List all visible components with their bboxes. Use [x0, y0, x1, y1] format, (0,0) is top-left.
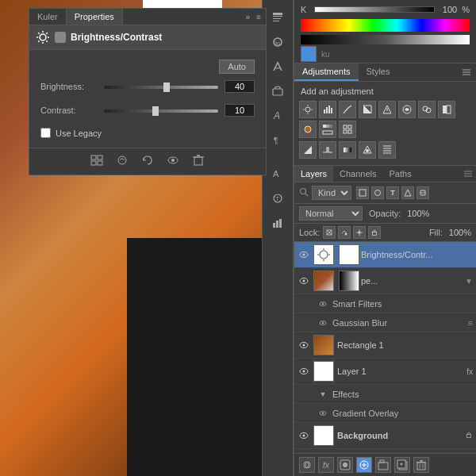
panel-menu-icon[interactable]: ≡	[255, 11, 263, 23]
adj-photo-filter-icon[interactable]	[299, 121, 317, 138]
layer-item-layer1[interactable]: Layer 1 fx	[294, 359, 476, 385]
adj-color-balance-icon[interactable]	[418, 101, 436, 118]
color-spectrum-bar[interactable]	[301, 19, 470, 32]
contrast-track[interactable]	[104, 109, 218, 113]
tab-channels[interactable]: Channels	[333, 166, 382, 182]
layer-gaussian-blur[interactable]: Gaussian Blur ≡	[294, 313, 476, 332]
adj-menu-icon[interactable]	[462, 63, 476, 81]
color-swatches[interactable]	[301, 35, 470, 44]
layers-lock-row: Lock: Fill: 100%	[294, 224, 476, 242]
gaussian-blur-vis[interactable]	[317, 317, 329, 329]
adj-channel-mixer-icon[interactable]	[319, 121, 336, 138]
adj-hue-sat-icon[interactable]	[398, 101, 416, 118]
adj-posterize-icon[interactable]	[339, 121, 356, 138]
tab-styles[interactable]: Styles	[359, 63, 398, 81]
svg-rect-77	[359, 190, 366, 196]
brightness-thumb[interactable]	[163, 83, 170, 92]
svg-point-110	[303, 435, 305, 437]
footer-delete-icon[interactable]	[189, 153, 208, 170]
adj-gradient-map-icon[interactable]	[339, 141, 356, 159]
filter-text-icon[interactable]: T	[386, 186, 399, 199]
footer-grid-icon[interactable]	[87, 153, 106, 170]
middle-tool-3[interactable]	[267, 56, 289, 78]
brightness-value[interactable]: 40	[225, 80, 255, 93]
tab-kuler[interactable]: Kuler	[29, 9, 67, 25]
smart-filters-vis[interactable]	[317, 298, 329, 310]
middle-tool-6[interactable]: ¶	[267, 129, 289, 152]
adj-pattern-icon[interactable]	[378, 141, 396, 159]
filter-smart-icon[interactable]	[416, 186, 429, 199]
adj-selective-color-icon[interactable]	[359, 141, 376, 159]
adj-exposure-icon[interactable]	[359, 101, 376, 118]
layer-vis-pe[interactable]	[298, 274, 310, 287]
footer-clip-icon[interactable]	[113, 153, 132, 170]
use-legacy-checkbox[interactable]	[40, 128, 51, 138]
tab-paths[interactable]: Paths	[383, 166, 418, 182]
svg-point-85	[345, 233, 347, 236]
lock-image-btn[interactable]	[338, 226, 351, 239]
contrast-value[interactable]: 10	[225, 104, 255, 117]
gaussian-blur-options[interactable]: ≡	[468, 318, 473, 328]
kind-dropdown[interactable]: Kind	[312, 186, 351, 200]
tab-layers[interactable]: Layers	[294, 166, 333, 182]
adj-brightness-icon[interactable]	[299, 101, 317, 118]
panel-expand-icon[interactable]: »	[244, 11, 252, 23]
middle-tool-2[interactable]: ku	[267, 31, 289, 53]
middle-tool-1[interactable]	[267, 6, 289, 29]
svg-text:T: T	[276, 196, 280, 202]
layer-item-background[interactable]: Background	[294, 423, 476, 449]
adj-invert-icon[interactable]	[299, 141, 317, 159]
contrast-thumb[interactable]	[152, 106, 159, 116]
layer-smart-filters[interactable]: Smart Filters	[294, 294, 476, 313]
adj-curves-icon[interactable]	[339, 101, 356, 118]
layer-item-rectangle[interactable]: Rectangle 1	[294, 332, 476, 359]
create-layer-btn[interactable]	[394, 457, 410, 473]
add-style-btn[interactable]: fx	[318, 457, 334, 473]
layer-vis-brightness[interactable]	[298, 248, 310, 261]
middle-tool-hist[interactable]	[267, 212, 289, 234]
auto-button[interactable]: Auto	[219, 60, 255, 74]
gradient-overlay-vis[interactable]	[317, 407, 329, 420]
layer-item-brightness[interactable]: Brightness/Contr...	[294, 242, 476, 268]
adj-threshold-icon[interactable]	[319, 141, 336, 159]
layer-vis-layer1[interactable]	[298, 365, 310, 378]
middle-tool-5[interactable]: A	[267, 105, 289, 127]
svg-rect-59	[329, 125, 332, 128]
layer-item-pe[interactable]: pe... ▼	[294, 268, 476, 294]
brightness-track[interactable]	[104, 86, 218, 89]
svg-point-67	[366, 149, 369, 152]
middle-tool-8[interactable]: T	[267, 187, 289, 209]
adj-bw-icon[interactable]	[438, 101, 455, 118]
lock-all-btn[interactable]	[368, 226, 381, 239]
layer-vis-background[interactable]	[298, 429, 310, 442]
footer-eye-icon[interactable]	[163, 153, 182, 170]
link-layers-btn[interactable]	[299, 457, 315, 473]
color-fg-swatch[interactable]	[301, 46, 317, 62]
create-group-btn[interactable]	[375, 457, 391, 473]
footer-reset-icon[interactable]	[138, 153, 157, 170]
layer-gradient-overlay[interactable]: Gradient Overlay	[294, 404, 476, 423]
adj-vibrance-icon[interactable]	[378, 101, 396, 118]
tab-properties[interactable]: Properties	[67, 9, 123, 25]
svg-rect-3	[273, 21, 279, 21]
add-mask-btn[interactable]	[337, 457, 353, 473]
lock-position-btn[interactable]	[353, 226, 366, 239]
tab-adjustments[interactable]: Adjustments	[294, 63, 359, 81]
layer-vis-rectangle[interactable]	[298, 339, 310, 351]
blend-mode-dropdown[interactable]: Normal	[299, 206, 363, 221]
middle-tool-4[interactable]	[267, 80, 289, 102]
filter-pixel-icon[interactable]	[356, 186, 369, 199]
filter-adjustment-icon[interactable]	[371, 186, 384, 199]
layer-effects-header[interactable]: ▼ Effects	[294, 385, 476, 404]
adj-levels-icon[interactable]	[319, 101, 336, 118]
create-adj-btn[interactable]	[356, 457, 372, 473]
delete-layer-btn[interactable]	[413, 457, 429, 473]
color-slider[interactable]	[314, 6, 435, 13]
adj-icons-row-1	[294, 99, 476, 140]
layers-menu-icon[interactable]	[463, 166, 476, 182]
lock-transparency-btn[interactable]	[323, 226, 336, 239]
layer-name-background: Background	[337, 431, 463, 440]
filter-shape-icon[interactable]	[401, 186, 414, 199]
effects-vis[interactable]: ▼	[317, 388, 329, 401]
middle-tool-7[interactable]: A	[267, 163, 289, 185]
